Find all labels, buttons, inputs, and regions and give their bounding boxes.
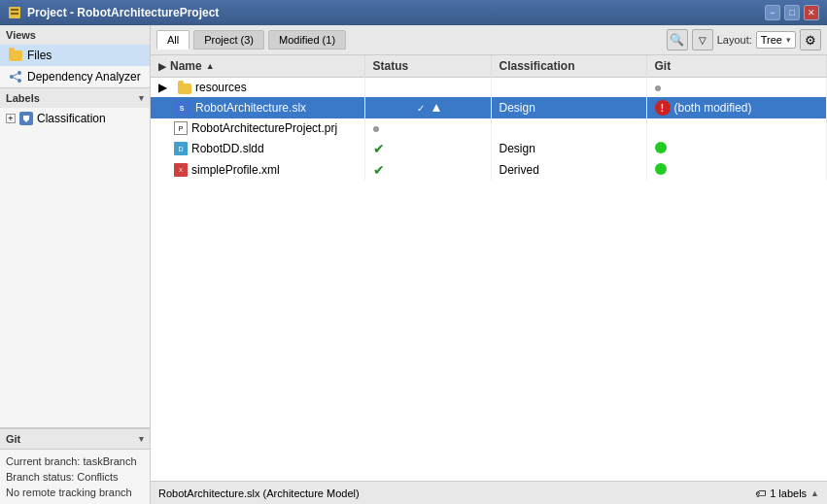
svg-text:✓: ✓	[417, 103, 425, 114]
resources-name: resources	[195, 81, 247, 94]
title-bar: Project - RobotArchitectureProject − □ ✕	[0, 0, 827, 25]
table-row[interactable]: ▶ resources	[151, 78, 827, 98]
settings-button[interactable]: ⚙	[800, 29, 821, 50]
labels-section: Labels ▾ + Classification	[0, 88, 150, 428]
labels-chevron-icon: ▾	[139, 93, 144, 103]
prj-git-cell	[646, 118, 827, 138]
classification-icon	[19, 112, 33, 125]
prj-class-cell	[491, 118, 646, 138]
slx-status-cell: ✓	[364, 97, 491, 118]
layout-chevron-icon: ▾	[786, 35, 791, 45]
expand-classification-button[interactable]: +	[6, 114, 16, 123]
sldd-name-cell: D RobotDD.sldd	[151, 138, 364, 159]
minimize-button[interactable]: −	[765, 5, 780, 20]
check-icon: ✔	[373, 162, 385, 178]
filter-button[interactable]: ▽	[692, 29, 713, 50]
layout-value: Tree	[761, 34, 782, 46]
sldd-git-cell	[646, 138, 827, 159]
labels-count-text: 1 labels	[770, 487, 807, 499]
slx-icon: S	[174, 101, 190, 115]
toolbar: All Project (3) Modified (1) 🔍 ▽ Layout:…	[151, 25, 827, 55]
prj-name-cell: P RobotArchitectureProject.prj	[151, 118, 364, 138]
sldd-status-cell: ✔	[364, 138, 491, 159]
xml-icon: X	[174, 163, 188, 177]
git-header: Git ▾	[0, 428, 150, 450]
tab-all[interactable]: All	[156, 30, 190, 50]
svg-point-4	[17, 71, 21, 75]
sldd-name: RobotDD.sldd	[191, 142, 264, 155]
slx-icon-wrapper: S	[174, 100, 191, 116]
labels-classification-item[interactable]: + Classification	[0, 108, 150, 129]
tab-project[interactable]: Project (3)	[193, 30, 264, 50]
sidebar: Views Files Dependency	[0, 25, 151, 504]
close-button[interactable]: ✕	[804, 5, 819, 20]
slx-name: RobotArchitecture.slx	[195, 101, 306, 115]
dependency-icon	[8, 69, 23, 84]
slx-git-cell: ! (both modified)	[646, 97, 827, 118]
git-branch-status: Branch status: Conflicts	[6, 469, 144, 485]
status-bar: RobotArchitecture.slx (Architecture Mode…	[151, 481, 827, 504]
col-name-header: ▶ Name ▲	[151, 55, 364, 78]
sidebar-dependency-label: Dependency Analyzer	[27, 70, 141, 84]
resources-expand-icon[interactable]: ▶	[158, 81, 174, 94]
layout-label: Layout:	[717, 34, 752, 46]
sldd-class-cell: Design	[491, 138, 646, 159]
tag-svg	[21, 114, 31, 123]
views-label: Views	[6, 29, 36, 41]
svg-rect-2	[11, 13, 18, 15]
table-row[interactable]: D RobotDD.sldd ✔ Design	[151, 138, 827, 159]
svg-line-6	[14, 74, 17, 76]
label-tag-icon: 🏷	[755, 487, 766, 499]
table-row[interactable]: P RobotArchitectureProject.prj	[151, 118, 827, 138]
table-row[interactable]: S RobotArchitecture.slx ✓	[151, 97, 827, 118]
prj-name: RobotArchitectureProject.prj	[191, 121, 337, 135]
title-text: Project - RobotArchitectureProject	[27, 6, 219, 19]
table-header-row: ▶ Name ▲ Status Classification Git	[151, 55, 827, 78]
git-green-dot-icon	[655, 142, 667, 153]
git-green-dot-xml-icon	[655, 163, 667, 175]
main-container: Views Files Dependency	[0, 25, 827, 504]
sidebar-files-label: Files	[27, 49, 52, 62]
resources-name-cell: ▶ resources	[151, 78, 364, 98]
git-section: Git ▾ Current branch: taskBranch Branch …	[0, 428, 150, 504]
folder-icon	[178, 84, 191, 94]
sidebar-item-dependency[interactable]: Dependency Analyzer	[0, 66, 150, 87]
window-controls: − □ ✕	[765, 5, 819, 20]
sidebar-item-files[interactable]: Files	[0, 45, 150, 66]
resources-git-cell	[646, 78, 827, 98]
col-git-header: Git	[646, 55, 827, 78]
table-row[interactable]: X simpleProfile.xml ✔ Derived	[151, 159, 827, 181]
prj-icon: P	[174, 121, 188, 135]
arrow-overlay-icon	[431, 102, 442, 114]
status-file-info: RobotArchitecture.slx (Architecture Mode…	[158, 487, 360, 499]
col-name-expand[interactable]: ▶	[158, 61, 166, 72]
content-area: All Project (3) Modified (1) 🔍 ▽ Layout:…	[151, 25, 827, 504]
views-header: Views	[0, 25, 150, 45]
git-dot-gray-icon	[655, 85, 661, 91]
col-name-label: Name	[170, 59, 202, 73]
conflict-icon: !	[655, 100, 671, 116]
git-label: Git	[6, 433, 20, 445]
files-list: ▶ Name ▲ Status Classification Git	[151, 55, 827, 181]
files-icon	[8, 48, 23, 63]
search-button[interactable]: 🔍	[667, 29, 688, 50]
svg-point-5	[17, 79, 21, 83]
xml-name-cell: X simpleProfile.xml	[151, 159, 364, 181]
sldd-icon: D	[174, 142, 188, 155]
git-info: Current branch: taskBranch Branch status…	[0, 450, 150, 504]
dep-svg	[9, 70, 22, 84]
col-classification-header: Classification	[491, 55, 646, 78]
tab-modified[interactable]: Modified (1)	[268, 30, 346, 50]
layout-dropdown[interactable]: Tree ▾	[756, 31, 796, 49]
maximize-button[interactable]: □	[784, 5, 800, 20]
svg-rect-1	[11, 9, 18, 11]
git-remote-tracking: No remote tracking branch	[6, 485, 144, 500]
svg-point-3	[10, 75, 14, 79]
xml-name: simpleProfile.xml	[191, 163, 280, 177]
git-current-branch: Current branch: taskBranch	[6, 454, 144, 469]
labels-count-chevron-icon: ▲	[810, 488, 819, 498]
title-bar-title: Project - RobotArchitectureProject	[8, 6, 219, 19]
resources-class-cell	[491, 78, 646, 98]
check-icon: ✔	[373, 141, 385, 156]
xml-git-cell	[646, 159, 827, 181]
